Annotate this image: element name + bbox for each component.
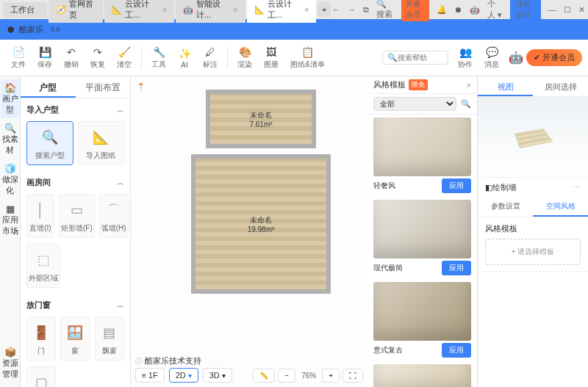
tech-support-label: ⓘ 酷家乐技术支持 [135,355,201,366]
zoom-level: 76% [298,372,319,380]
style-template-panel: 风格模板 限免 × 全部 🔍 轻奢风应用 现代极简应用 意式复古应用 [368,76,478,387]
card-arc-wall[interactable]: ⌒弧墙(H) [99,194,129,238]
card-bay-window[interactable]: ▤飘窗 [95,317,124,361]
card-straight-wall[interactable]: │直墙(I) [26,194,54,238]
style-item-minimal[interactable]: 现代极简应用 [373,200,471,278]
users-icon: 👥 [459,46,472,59]
render-icon: 🎨 [238,46,251,59]
rail-deepen[interactable]: 🧊做深化 [1,160,20,199]
section-doors-windows[interactable]: 放门窗︿ [26,297,124,314]
canvas-toolbar-left: ≡ 1F 2D ▾ 3D ▾ [135,368,232,383]
save-button[interactable]: 💾保存 [32,44,57,71]
vip-button[interactable]: ✔开通会员 [526,49,582,66]
list-icon: 📋 [301,46,314,59]
floor-selector[interactable]: ≡ 1F [135,368,165,383]
apply-button[interactable]: 应用 [442,178,471,193]
file-button[interactable]: 📄文件 [6,44,31,71]
robot-icon[interactable]: 🤖 [470,5,480,15]
rp-tab-view[interactable]: 视图 [478,76,533,96]
room-1[interactable]: 未命名 7.61m² [206,90,316,148]
collaborate-button[interactable]: 👥协作 [453,44,478,71]
free-badge: 限免 [409,79,428,90]
style-item-luxury[interactable]: 轻奢风应用 [373,117,471,195]
robot-icon[interactable]: 🤖 [509,51,523,65]
minimize-icon[interactable]: — [548,5,556,14]
subtab-style[interactable]: 空间风格 [533,198,588,217]
search-icon[interactable]: 🔍搜索 [376,0,394,20]
rail-market[interactable]: ▦应用市场 [1,200,20,239]
section-import[interactable]: 导入户型︿ [26,101,124,118]
gallery-button[interactable]: 🖼图册 [259,44,284,71]
redo-icon: ↷ [91,46,104,59]
canvas-toolbar-right: 📏 − 76% + ⛶ [253,369,363,383]
tab-workspace[interactable]: 工作台 [3,2,47,18]
sidebar-tab-layout[interactable]: 平面布置 [76,76,131,98]
view-3d-button[interactable]: 3D ▾ [203,368,232,383]
clear-button[interactable]: 🧹清空 [112,44,137,71]
fit-button[interactable]: ⛶ [343,369,363,383]
wall-section-header[interactable]: ◧ 绘制墙⋯ [478,178,588,198]
clear-icon: 🧹 [118,46,131,59]
close-window-icon[interactable]: ✕ [578,5,585,15]
ruler-button[interactable]: 📏 [253,369,275,383]
tab-cloud-design-1[interactable]: 📐云设计工...× [104,0,174,23]
record-icon[interactable]: ⏺ [454,5,462,14]
view-2d-button[interactable]: 2D ▾ [169,368,198,383]
card-window[interactable]: 🪟窗 [60,317,90,361]
redo-button[interactable]: ↷恢复 [85,44,110,71]
room-2[interactable]: 未命名 19.98m² [191,154,331,294]
start-design-button[interactable]: 开始设计 [510,0,541,22]
subtab-params[interactable]: 参数设置 [478,198,533,217]
sidebar-tab-floorplan[interactable]: 户型 [21,76,76,98]
zoom-in-button[interactable]: + [322,369,340,383]
search-icon[interactable]: 🔍 [461,99,471,109]
nav-fwd-icon[interactable]: → [348,5,356,14]
ai-button[interactable]: ✨AI [173,46,196,70]
floorplan-canvas[interactable]: ⇡ 未命名 7.61m² 未命名 19.98m² ⓘ 酷家乐技术支持 ≡ 1F … [131,76,368,387]
card-rect-wall[interactable]: ▭矩形墙(F) [59,194,95,238]
apply-button[interactable]: 应用 [442,343,471,358]
messages-button[interactable]: 💬消息 [479,44,504,71]
section-draw-room[interactable]: 画房间︿ [26,174,124,191]
tab-smart-design[interactable]: 🤖智能设计...× [176,0,245,23]
card-door[interactable]: 🚪门 [26,317,56,361]
drawings-button[interactable]: 📋图纸&清单 [285,44,330,71]
bell-icon[interactable]: 🔔 [437,5,447,15]
nav-back-icon[interactable]: ← [332,5,340,14]
annotate-button[interactable]: 🖊标注 [198,44,223,71]
tab-cloud-design-2[interactable]: 📐云设计工...× [247,0,317,23]
rail-floorplan[interactable]: 🏠画户型 [1,79,20,118]
close-icon[interactable]: × [162,5,166,14]
preview-3d[interactable] [478,97,588,178]
image-icon: 🖼 [265,46,278,59]
style-filter-select[interactable]: 全部 [373,97,456,111]
style-item-extra[interactable] [373,364,471,387]
rail-materials[interactable]: 🔍找素材 [1,120,20,159]
card-opening[interactable]: ▢门窗洞 [26,366,56,387]
undo-button[interactable]: ↶撤销 [59,44,84,71]
left-rail: 🏠画户型 🔍找素材 🧊做深化 ▦应用市场 📦资源管理 [0,76,21,387]
tab-homepage[interactable]: 🧭官网首页 [49,0,103,23]
card-import-drawing[interactable]: 📐导入图纸 [78,121,125,165]
card-search-floorplan[interactable]: 🔍搜索户型 [26,121,74,165]
help-search-input[interactable] [398,54,442,62]
select-template-button[interactable]: + 请选择模板 [485,239,581,265]
rp-tab-rooms[interactable]: 房间选择 [533,76,588,96]
tools-button[interactable]: 🔧工具 [146,44,171,71]
maximize-icon[interactable]: ☐ [564,5,571,15]
close-icon[interactable]: × [304,5,309,14]
card-outer-area[interactable]: ⬚外部区域 [26,244,60,288]
style-item-italian[interactable]: 意式复古应用 [373,282,471,360]
house-icon: 🏠 [1,82,20,93]
zoom-out-button[interactable]: − [278,369,295,383]
copy-icon[interactable]: ⧉ [363,5,369,15]
close-icon[interactable]: × [467,81,471,90]
apply-button[interactable]: 应用 [442,261,471,275]
vip-badge[interactable]: 开通会员 [401,0,429,21]
rail-resources[interactable]: 📦资源管理 [1,344,20,383]
help-search[interactable]: 🔍 [382,51,448,65]
render-button[interactable]: 🎨渲染 [232,44,257,71]
user-menu[interactable]: 个人 ▾ [487,0,503,21]
new-tab-button[interactable]: + [318,2,330,17]
close-icon[interactable]: × [233,5,237,14]
